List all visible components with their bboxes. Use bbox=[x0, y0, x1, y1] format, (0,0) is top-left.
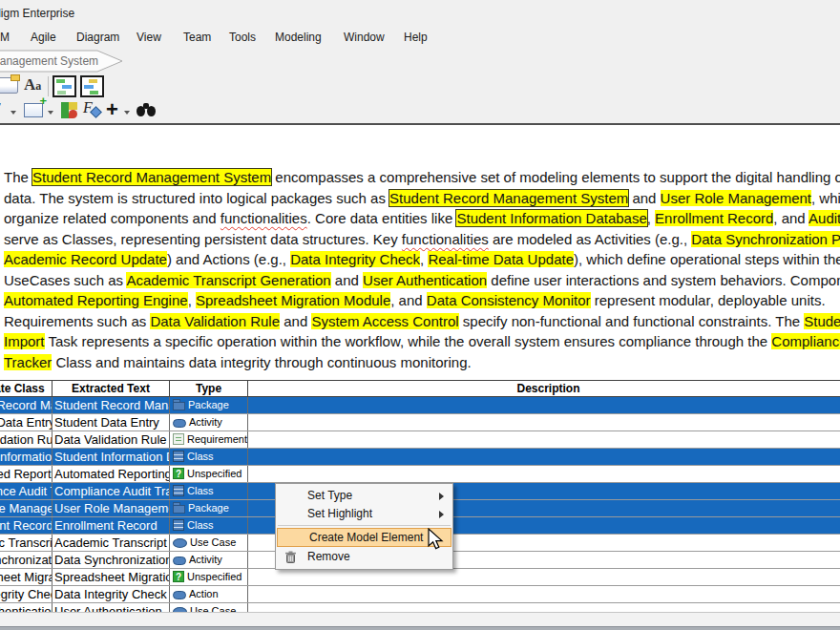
menu-diagram[interactable]: Diagram bbox=[76, 31, 119, 44]
candidate-class-cell[interactable]: Spreadsheet Migration Module bbox=[0, 569, 52, 585]
candidate-class-cell[interactable]: Data Integrity Check bbox=[0, 586, 52, 602]
highlight-palette-icon[interactable] bbox=[61, 102, 77, 118]
context-menu-item-set-highlight[interactable]: Set Highlight bbox=[276, 505, 452, 523]
table-row[interactable]: Student Data EntryStudent Data EntryActi… bbox=[0, 414, 840, 431]
highlighted-term: Import bbox=[4, 333, 45, 349]
menu-help[interactable]: Help bbox=[404, 31, 428, 44]
type-cell[interactable]: Package bbox=[170, 500, 248, 516]
new-grid-icon[interactable] bbox=[24, 103, 43, 117]
extracted-text-cell[interactable]: Compliance Audit Tracker bbox=[52, 483, 170, 499]
table-row[interactable]: Data Integrity CheckData Integrity Check… bbox=[0, 586, 840, 603]
description-cell[interactable] bbox=[248, 466, 840, 482]
extracted-text-cell[interactable]: Data Validation Rule bbox=[52, 431, 170, 448]
dropdown-caret[interactable] bbox=[10, 111, 16, 115]
extracted-text-cell[interactable]: Data Synchronization Process bbox=[52, 552, 170, 568]
candidate-class-cell[interactable]: Academic Transcript Generation bbox=[0, 535, 52, 551]
candidate-class-cell[interactable]: Enrollment Record bbox=[0, 517, 52, 534]
model-overview-icon[interactable] bbox=[52, 75, 76, 97]
extracted-text-cell[interactable]: Student Data Entry bbox=[52, 414, 170, 430]
dropdown-caret[interactable] bbox=[124, 111, 130, 115]
type-cell[interactable]: Class bbox=[170, 449, 248, 465]
extracted-text-cell[interactable]: Automated Reporting Engine bbox=[52, 466, 170, 482]
analysis-text[interactable]: The Student Record Management System enc… bbox=[4, 169, 840, 374]
add-icon[interactable]: + bbox=[106, 97, 118, 122]
table-row[interactable]: Student Information DatabaseStudent Info… bbox=[0, 449, 840, 466]
type-cell[interactable]: Activity bbox=[170, 552, 248, 568]
candidate-class-cell[interactable]: Data Synchronization Process bbox=[0, 552, 52, 568]
layout-overview-icon[interactable] bbox=[80, 75, 104, 97]
extracted-text-cell[interactable]: Student Record Management System bbox=[52, 397, 170, 413]
package-icon bbox=[173, 505, 185, 514]
submenu-arrow-icon bbox=[439, 511, 444, 518]
description-cell[interactable] bbox=[248, 569, 840, 585]
menu-view[interactable]: View bbox=[136, 31, 161, 44]
menu-team[interactable]: Team bbox=[183, 31, 211, 44]
dropdown-caret[interactable] bbox=[48, 111, 53, 115]
trash-icon bbox=[284, 551, 297, 563]
context-menu-item-label: Create Model Element bbox=[309, 531, 423, 544]
highlighted-term: User Authentication bbox=[363, 272, 487, 288]
format-element-icon[interactable]: F bbox=[83, 99, 93, 116]
menu-agile[interactable]: Agile bbox=[31, 31, 56, 44]
find-icon[interactable] bbox=[136, 103, 157, 116]
type-cell[interactable]: Use Case bbox=[170, 535, 248, 551]
class-icon bbox=[173, 519, 184, 531]
table-header[interactable]: Candidate Class Extracted Text Type Desc… bbox=[0, 381, 840, 397]
column-header-type[interactable]: Type bbox=[170, 381, 248, 396]
font-icon[interactable]: Aa bbox=[24, 75, 41, 94]
description-cell[interactable] bbox=[248, 586, 840, 602]
description-cell[interactable] bbox=[248, 397, 840, 413]
candidate-class-cell[interactable]: Student Information Database bbox=[0, 449, 52, 465]
type-label: Package bbox=[188, 502, 229, 514]
column-header-description[interactable]: Description bbox=[248, 381, 840, 396]
type-cell[interactable]: Requirement bbox=[170, 431, 248, 448]
description-cell[interactable] bbox=[248, 414, 840, 430]
table-row[interactable]: Student Record Management SystemStudent … bbox=[0, 397, 840, 414]
text-run: ) and Actions (e.g., bbox=[167, 251, 290, 267]
table-row[interactable]: Data Validation RuleData Validation Rule… bbox=[0, 431, 840, 449]
candidate-class-cell[interactable]: User Role Management bbox=[0, 500, 52, 516]
extracted-text-cell[interactable]: Student Information Database bbox=[52, 449, 170, 465]
type-cell[interactable]: Action bbox=[170, 586, 248, 602]
window-bottom-edge bbox=[0, 626, 840, 630]
text-run: , which bbox=[811, 190, 840, 206]
type-label: Activity bbox=[189, 554, 222, 565]
description-cell[interactable] bbox=[248, 449, 840, 465]
candidate-class-cell[interactable]: Student Data Entry bbox=[0, 414, 52, 430]
table-row[interactable]: Spreadsheet Migration ModuleSpreadsheet … bbox=[0, 569, 840, 586]
tab-label[interactable]: Student Record Management System bbox=[0, 54, 98, 68]
type-label: Use Case bbox=[190, 536, 236, 548]
menu-window[interactable]: Window bbox=[344, 31, 385, 44]
menu-modeling[interactable]: Modeling bbox=[275, 31, 322, 44]
menu-m[interactable]: M bbox=[0, 31, 10, 44]
document-line: Import Task represents a specific operat… bbox=[4, 333, 840, 354]
type-cell[interactable]: Activity bbox=[170, 414, 248, 430]
extracted-text-cell[interactable]: Enrollment Record bbox=[52, 517, 170, 534]
column-header-extracted-text[interactable]: Extracted Text bbox=[52, 381, 170, 396]
extracted-text-cell[interactable]: Academic Transcript Generation bbox=[52, 535, 170, 551]
candidate-class-cell[interactable]: Data Validation Rule bbox=[0, 431, 52, 448]
highlighted-term: Automated Reporting Engine bbox=[4, 292, 188, 308]
type-cell[interactable]: Unspecified bbox=[170, 466, 248, 482]
type-cell[interactable]: Class bbox=[170, 517, 248, 534]
submenu-arrow-icon bbox=[439, 493, 444, 500]
extracted-text-cell[interactable]: Data Integrity Check bbox=[52, 586, 170, 602]
context-menu-item-set-type[interactable]: Set Type bbox=[276, 487, 452, 505]
extracted-text-cell[interactable]: User Role Management bbox=[52, 500, 170, 516]
type-cell[interactable]: Unspecified bbox=[170, 569, 248, 585]
context-menu: Set TypeSet HighlightCreate Model Elemen… bbox=[275, 483, 453, 570]
column-header-candidate-class[interactable]: Candidate Class bbox=[0, 381, 52, 396]
textbox-icon[interactable] bbox=[0, 77, 18, 94]
highlighted-term: Student Record Management System bbox=[32, 169, 271, 185]
candidate-class-cell[interactable]: Automated Reporting Engine bbox=[0, 466, 52, 482]
candidate-class-cell[interactable]: Compliance Audit Tracker bbox=[0, 483, 52, 499]
table-row[interactable]: Automated Reporting EngineAutomated Repo… bbox=[0, 466, 840, 483]
extracted-text-cell[interactable]: Spreadsheet Migration Module bbox=[52, 569, 170, 585]
text-run: , bbox=[188, 292, 196, 308]
menu-tools[interactable]: Tools bbox=[229, 31, 256, 44]
candidate-class-cell[interactable]: Student Record Management System bbox=[0, 397, 52, 413]
text-run: functionalities bbox=[220, 210, 307, 226]
description-cell[interactable] bbox=[248, 431, 840, 448]
type-cell[interactable]: Package bbox=[170, 397, 248, 413]
type-cell[interactable]: Class bbox=[170, 483, 248, 499]
